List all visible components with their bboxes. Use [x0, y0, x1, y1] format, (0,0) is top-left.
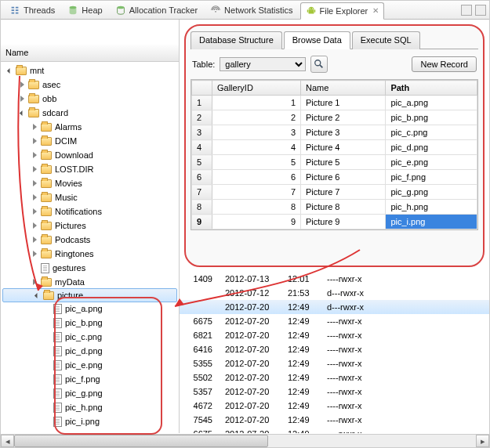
cell-id[interactable]: 2	[212, 110, 301, 125]
cell-name[interactable]: Picture 4	[301, 140, 386, 155]
collapse-icon[interactable]	[33, 291, 42, 300]
tree-item[interactable]: LOST.DIR	[1, 162, 179, 176]
tree-item[interactable]: Music	[1, 190, 179, 204]
tree-item[interactable]: myData	[1, 275, 179, 289]
horizontal-scrollbar[interactable]: ◂ ▸	[1, 434, 489, 447]
expand-icon[interactable]	[31, 236, 39, 244]
tree-item[interactable]: obb	[1, 92, 179, 106]
row-header[interactable]: 7	[192, 185, 212, 200]
detail-row[interactable]: 66752012-07-2012:49----rwxr-x	[180, 427, 489, 433]
grid-row[interactable]: 55Picture 5pic_e.png	[192, 155, 477, 170]
row-header[interactable]: 9	[192, 215, 212, 229]
cell-id[interactable]: 4	[212, 140, 301, 155]
collapse-icon[interactable]	[18, 109, 27, 117]
col-path[interactable]: Path	[386, 81, 477, 96]
row-header[interactable]: 3	[192, 125, 212, 140]
detail-row[interactable]: 14092012-07-1312:01----rwxr-x	[180, 272, 489, 286]
tree-item[interactable]: pic_h.png	[1, 400, 179, 414]
tab-network[interactable]: Network Statistics	[205, 2, 298, 19]
col-gallery-id[interactable]: GalleryID	[212, 81, 301, 96]
tree-item[interactable]: asec	[1, 78, 179, 92]
expand-icon[interactable]	[31, 193, 39, 202]
cell-id[interactable]: 7	[212, 185, 301, 200]
tree-item[interactable]: Podcasts	[1, 233, 179, 247]
collapse-icon[interactable]	[5, 67, 14, 75]
detail-row[interactable]: 66752012-07-2012:49----rwxr-x	[180, 314, 489, 328]
tree-item[interactable]: Movies	[1, 176, 179, 190]
grid-row[interactable]: 11Picture 1pic_a.png	[192, 96, 477, 110]
data-grid[interactable]: GalleryID Name Path 11Picture 1pic_a.png…	[191, 79, 478, 230]
tree-item[interactable]: pic_e.png	[1, 358, 179, 372]
col-name[interactable]: Name	[301, 81, 386, 96]
row-header[interactable]: 2	[192, 110, 212, 125]
file-tree[interactable]: mntasecobbsdcardAlarmsDCIMDownloadLOST.D…	[1, 62, 179, 430]
tree-item[interactable]: gestures	[1, 261, 179, 275]
tree-item[interactable]: pic_i.png	[1, 414, 179, 428]
scroll-thumb[interactable]	[14, 435, 268, 447]
row-header[interactable]: 6	[192, 170, 212, 185]
cell-name[interactable]: Picture 2	[301, 110, 386, 125]
row-header[interactable]: 1	[192, 96, 212, 110]
row-header[interactable]: 8	[192, 200, 212, 215]
cell-name[interactable]: Picture 5	[301, 155, 386, 170]
expand-icon[interactable]	[31, 222, 39, 230]
grid-row[interactable]: 77Picture 7pic_g.png	[192, 185, 477, 200]
tree-item[interactable]: Ringtones	[1, 247, 179, 261]
cell-name[interactable]: Picture 6	[301, 170, 386, 185]
cell-id[interactable]: 6	[212, 170, 301, 185]
tree-item[interactable]: picture	[2, 288, 177, 302]
cell-id[interactable]: 3	[212, 125, 301, 140]
cell-path[interactable]: pic_i.png	[386, 215, 477, 229]
tab-db-structure[interactable]: Database Structure	[191, 31, 282, 49]
detail-row[interactable]: 53572012-07-2012:49----rwxr-x	[180, 385, 489, 399]
tree-item[interactable]: pic_a.png	[1, 302, 179, 316]
scroll-right-button[interactable]: ▸	[476, 435, 489, 447]
close-icon[interactable]: ✕	[372, 6, 379, 15]
tab-heap[interactable]: Heap	[62, 2, 107, 19]
tree-item[interactable]: Pictures	[1, 219, 179, 233]
grid-row[interactable]: 22Picture 2pic_b.png	[192, 110, 477, 125]
expand-icon[interactable]	[18, 81, 27, 89]
minimize-button[interactable]	[461, 5, 472, 16]
grid-row[interactable]: 44Picture 4pic_d.png	[192, 140, 477, 155]
tree-item[interactable]: Notifications	[1, 204, 179, 219]
detail-row[interactable]: 46722012-07-2012:49----rwxr-x	[180, 399, 489, 413]
cell-path[interactable]: pic_d.png	[386, 140, 477, 155]
expand-icon[interactable]	[31, 137, 39, 146]
tab-threads[interactable]: Threads	[4, 2, 60, 19]
tree-item[interactable]: DCIM	[1, 134, 179, 148]
cell-path[interactable]: pic_a.png	[386, 96, 477, 110]
tree-column-header[interactable]: Name	[1, 45, 179, 62]
cell-name[interactable]: Picture 3	[301, 125, 386, 140]
cell-path[interactable]: pic_g.png	[386, 185, 477, 200]
detail-row[interactable]: 53552012-07-2012:49----rwxr-x	[180, 356, 489, 370]
scroll-left-button[interactable]: ◂	[1, 435, 14, 447]
detail-row[interactable]: 2012-07-1221:53d---rwxr-x	[180, 286, 489, 300]
expand-icon[interactable]	[31, 278, 39, 287]
cell-name[interactable]: Picture 1	[301, 96, 386, 110]
grid-row[interactable]: 99Picture 9pic_i.png	[192, 215, 477, 229]
cell-id[interactable]: 1	[212, 96, 301, 110]
tree-item[interactable]: pic_b.png	[1, 316, 179, 330]
tab-allocation[interactable]: Allocation Tracker	[110, 2, 203, 19]
row-header[interactable]: 5	[192, 155, 212, 170]
detail-row[interactable]: 68212012-07-2012:49----rwxr-x	[180, 328, 489, 342]
grid-row[interactable]: 66Picture 6pic_f.png	[192, 170, 477, 185]
expand-icon[interactable]	[18, 95, 27, 103]
tree-item[interactable]: pic_f.png	[1, 372, 179, 386]
tree-item[interactable]: pic_d.png	[1, 344, 179, 358]
cell-path[interactable]: pic_b.png	[386, 110, 477, 125]
row-header[interactable]: 4	[192, 140, 212, 155]
detail-row[interactable]: 64162012-07-2012:49----rwxr-x	[180, 342, 489, 356]
cell-id[interactable]: 8	[212, 200, 301, 215]
expand-icon[interactable]	[31, 123, 39, 132]
tree-item[interactable]: sdcard	[1, 106, 179, 120]
tab-execute-sql[interactable]: Execute SQL	[352, 31, 420, 49]
cell-path[interactable]: pic_f.png	[386, 170, 477, 185]
expand-icon[interactable]	[31, 151, 39, 160]
expand-icon[interactable]	[31, 250, 39, 258]
tree-item[interactable]: mnt	[1, 63, 179, 78]
detail-row[interactable]: 2012-07-2012:49d---rwxr-x	[180, 300, 489, 314]
tree-item[interactable]: pic_c.png	[1, 330, 179, 344]
scroll-track[interactable]	[14, 435, 476, 447]
